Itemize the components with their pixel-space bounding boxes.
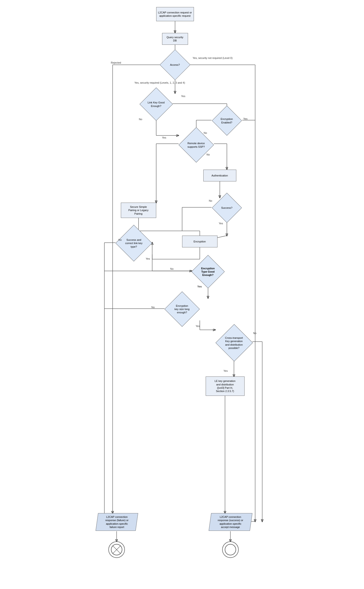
success-key-diamond: Success andcorrect link keytype? <box>116 231 152 256</box>
yes-success-label: Yes <box>219 222 223 225</box>
success-response-box: L2CAP connectionresponse (success) orapp… <box>208 513 252 531</box>
success-diamond: Success? <box>212 198 242 218</box>
enc-enabled-diamond: EncryptionEnabled? <box>212 111 242 131</box>
enc-key-size-diamond: Encryptionkey size longenough? <box>164 297 200 321</box>
le-key-box: LE key generationand distribution([vol3]… <box>206 376 245 396</box>
no-enc-type-label: No <box>170 267 174 270</box>
remote-ssp-diamond: Remote devicesupports SSP? <box>179 134 214 156</box>
level0-label: Yes, security not required (Level 0) <box>193 57 233 59</box>
yes-enc-type-label: Yes <box>197 285 202 288</box>
yes-cross-label: Yes <box>224 369 228 372</box>
yes-ssp-label: Yes <box>162 136 166 139</box>
cross-transport-diamond: Cross-transportKey generationand distrib… <box>216 329 252 356</box>
yes-success-key-label: Yes <box>146 257 150 260</box>
yes-enc-label: Yes <box>243 117 248 120</box>
no-success-key-label: No <box>118 239 122 241</box>
end-success-circle <box>222 541 239 558</box>
auth-label: Authentication <box>212 174 228 177</box>
no-ssp-label: No <box>207 153 210 156</box>
rejected-label: Rejected <box>111 61 121 64</box>
le-key-label: LE key generationand distribution([vol3]… <box>215 379 236 393</box>
ssp-box: Secure SimplePairing or LegacyPairing <box>121 203 156 218</box>
failure-label: L2CAP connectionresponse (failure) orapp… <box>105 515 128 529</box>
start-box-label: L2CAP connection request or application-… <box>156 11 194 18</box>
yes-link-label: Yes <box>181 95 185 97</box>
failure-box: L2CAP connectionresponse (failure) orapp… <box>95 513 138 531</box>
levels-label: Yes, security required (Levels, 1, 2, 3 … <box>135 81 185 84</box>
no-key-size-label: No <box>151 306 155 309</box>
no-success-label: No <box>209 199 212 202</box>
svg-point-54 <box>225 544 236 555</box>
end-fail-circle <box>108 541 125 558</box>
flowchart-diagram: L2CAP connection request or application-… <box>90 5 274 570</box>
ssp-label: Secure SimplePairing or LegacyPairing <box>128 205 149 215</box>
access-diamond: Access? <box>160 55 190 75</box>
query-db-label: Query securityDB <box>167 36 183 42</box>
encryption-label: Encryption <box>194 240 206 243</box>
enc-type-diamond: EncryptionType GoodEnough? <box>192 260 225 284</box>
query-db-box: Query securityDB <box>162 33 188 45</box>
no-enc-label: No <box>204 131 207 134</box>
start-box: L2CAP connection request or application-… <box>156 7 194 21</box>
success-response-label: L2CAP connectionresponse (success) orapp… <box>218 515 243 529</box>
no-cross-label: No <box>253 332 257 335</box>
no-link-label: No <box>139 118 142 121</box>
encryption-box: Encryption <box>182 236 217 247</box>
auth-box: Authentication <box>203 170 236 181</box>
yes-key-size-label: Yes <box>196 325 200 328</box>
link-key-diamond: Link Key GoodEnough? <box>140 93 173 116</box>
